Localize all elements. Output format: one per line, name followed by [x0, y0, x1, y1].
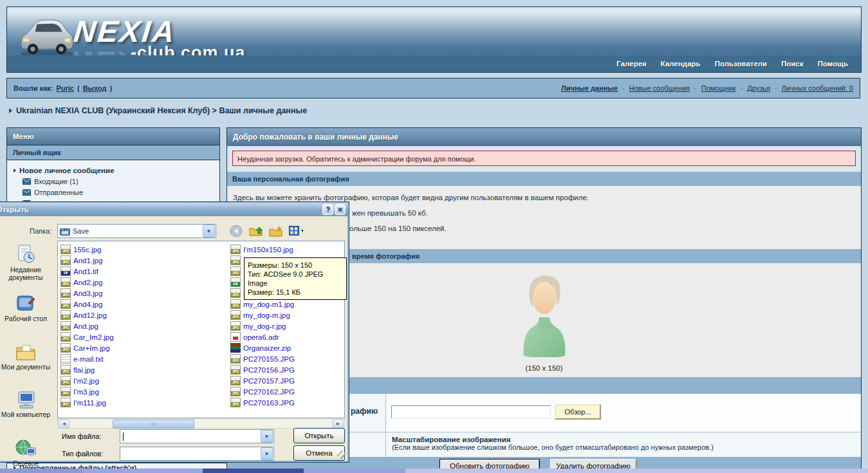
nav-search[interactable]: Поиск [781, 60, 804, 68]
jpg-file-icon: JPG [60, 245, 71, 254]
file-item[interactable]: JPGflai.jpg [60, 364, 226, 375]
help-button[interactable]: ? [322, 204, 333, 215]
file-item[interactable]: JPGAnd1.jpg [60, 255, 226, 266]
arrow-icon [14, 169, 16, 172]
browse-button[interactable]: Обзор... [555, 404, 601, 420]
file-name: And3.jpg [73, 290, 102, 297]
gif-file-icon: GIF [230, 277, 241, 287]
file-item[interactable]: JPGAnd.jpg [60, 320, 226, 331]
open-button[interactable]: Открыть [293, 428, 345, 443]
file-item[interactable]: JPGCar+Im.jpg [60, 342, 226, 353]
nav-calendar[interactable]: Календарь [661, 60, 701, 68]
tooltip-size: Размер: 15,1 КБ [248, 288, 343, 297]
nav-gallery[interactable]: Галерея [616, 60, 646, 68]
file-item[interactable]: JPGmy_dog-r.jpg [230, 320, 343, 331]
file-item[interactable]: JPGAnd4.jpg [60, 299, 226, 310]
chevron-down-icon[interactable]: ▼ [261, 447, 273, 460]
file-name: my_dog-m1.jpg [243, 301, 294, 308]
link-pm-count[interactable]: Личных сообщений: 0 [782, 84, 853, 92]
file-item[interactable]: JPGI'm3.jpg [60, 386, 226, 397]
file-item[interactable]: JPGAnd12.jpg [60, 310, 226, 320]
scrollbar-thumb[interactable] [113, 420, 194, 429]
file-item[interactable]: JPGPC270157.JPG [230, 375, 343, 386]
link-assistant[interactable]: Помощник [701, 84, 736, 92]
scroll-left-arrow[interactable]: ◄ [59, 420, 69, 429]
file-name: my_dog-r.jpg [243, 322, 286, 330]
dialog-title-bar[interactable]: Открыть ? ✕ [0, 203, 348, 216]
jpg-file-icon: JPG [230, 321, 241, 331]
file-item[interactable]: opera6.adr [230, 331, 343, 342]
link-friends[interactable]: Друзья [747, 84, 770, 92]
file-item[interactable]: JPGmy_dog-m1.jpg [230, 299, 343, 310]
up-folder-icon[interactable] [249, 225, 263, 237]
nav-users[interactable]: Пользователи [715, 60, 768, 68]
file-item[interactable]: JPGPC270163.JPG [230, 397, 343, 408]
separator: · [694, 84, 697, 92]
scale-note: (Если ваше изображение слишком большое, … [392, 443, 861, 451]
nav-help[interactable]: Помощь [818, 60, 848, 68]
photo-file-input[interactable] [391, 405, 551, 418]
tif-file-icon: TIF [60, 266, 71, 276]
logout-link[interactable]: Выход [83, 84, 107, 92]
jpg-file-icon: JPG [60, 387, 71, 396]
file-item[interactable]: JPGI'm150x150.jpg [230, 244, 343, 255]
filename-combo[interactable]: ▼ [120, 429, 274, 443]
close-button[interactable]: ✕ [335, 204, 346, 215]
link-personal-data[interactable]: Личные данные [561, 84, 618, 92]
file-item[interactable]: JPGPC270156.JPG [230, 364, 343, 375]
place-network[interactable]: Сетевое [0, 439, 54, 467]
back-icon[interactable] [229, 225, 243, 237]
file-item[interactable]: JPGAnd2.jpg [60, 277, 226, 288]
horizontal-scrollbar[interactable]: ◄ ► [57, 418, 345, 429]
file-item[interactable]: TIFAnd1.tif [60, 266, 226, 277]
file-item[interactable]: JPGI'm2.jpg [60, 375, 226, 386]
taskbar-segment [0, 468, 84, 473]
place-my-computer[interactable]: Мой компьютер [0, 390, 54, 418]
chevron-down-icon[interactable]: ▼ [261, 430, 273, 443]
file-name: Car_Im2.jpg [73, 333, 114, 341]
jpg-file-icon: JPG [60, 310, 71, 320]
jpg-file-icon: JPG [60, 288, 71, 298]
file-name: And1.tif [73, 268, 98, 275]
new-folder-icon[interactable] [269, 225, 283, 237]
place-desktop[interactable]: Рабочий стол [0, 294, 54, 322]
views-icon[interactable] [289, 225, 303, 237]
jpg-file-icon: JPG [230, 266, 241, 276]
file-name: PC270163.JPG [243, 399, 295, 407]
filetype-combo[interactable]: ▼ [120, 447, 274, 461]
file-item[interactable]: JPGmy_dog-m.jpg [230, 310, 343, 320]
folder-value: Save [73, 227, 89, 235]
menu-item-sent[interactable]: Отправленные [7, 187, 219, 198]
file-column-1: JPG155c.jpgJPGAnd1.jpgTIFAnd1.tifJPGAnd2… [60, 244, 226, 408]
file-name: PC270162.JPG [243, 388, 295, 396]
file-item[interactable]: JPGPC270155.JPG [230, 353, 343, 364]
link-new-messages[interactable]: Новые сообщения [629, 84, 690, 92]
file-item[interactable]: JPG155c.jpg [60, 244, 226, 255]
file-item[interactable]: JPGAnd3.jpg [60, 288, 226, 299]
file-name: I'm150x150.jpg [243, 246, 293, 254]
photo-section-header: Ваша персональная фотография [227, 172, 861, 186]
file-item[interactable]: JPGI'm111.jpg [60, 397, 226, 408]
file-name: e-mail.txt [73, 355, 104, 363]
menu-item-new-pm[interactable]: Новое личное сообщение [7, 165, 219, 176]
folder-label: Папка: [30, 227, 51, 235]
file-item[interactable]: e-mail.txt [60, 353, 226, 364]
taskbar-segment [84, 468, 203, 473]
place-my-documents[interactable]: Мои документы [0, 342, 54, 371]
file-item[interactable]: JPGPC270162.JPG [230, 386, 343, 397]
file-name: PC270156.JPG [243, 366, 295, 374]
file-name: opera6.adr [243, 333, 279, 341]
file-item[interactable]: JPGCar_Im2.jpg [60, 331, 226, 342]
separator: · [775, 84, 777, 92]
folder-dropdown[interactable]: Save ▼ [57, 224, 216, 238]
file-name: And.jpg [73, 322, 98, 330]
file-name: Car+Im.jpg [73, 344, 110, 352]
place-recent-documents[interactable]: Недавние документы [0, 244, 54, 281]
scroll-right-arrow[interactable]: ► [333, 420, 344, 429]
file-item[interactable]: Organaizer.zip [230, 342, 343, 353]
username-link[interactable]: Puric [56, 84, 74, 92]
file-name: PC270157.JPG [243, 377, 295, 385]
chevron-down-icon[interactable]: ▼ [203, 225, 215, 237]
resize-grip[interactable] [337, 450, 346, 459]
menu-item-inbox[interactable]: Входящие (1) [7, 176, 219, 187]
